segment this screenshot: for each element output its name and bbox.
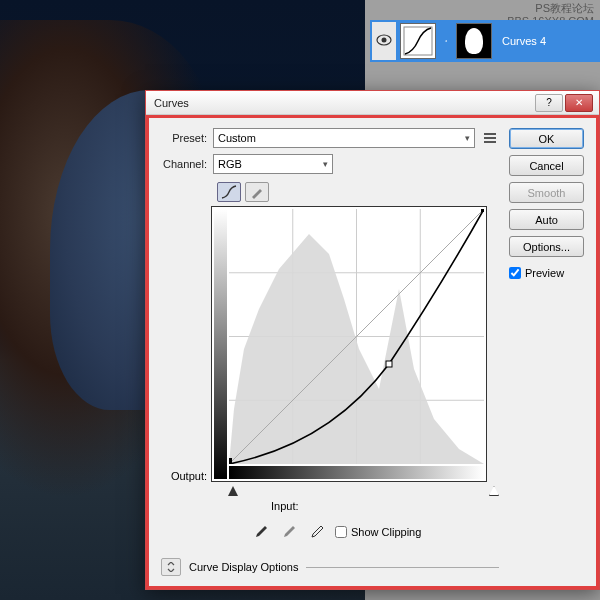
- curves-grid[interactable]: [211, 206, 487, 482]
- auto-button[interactable]: Auto: [509, 209, 584, 230]
- input-label: Input:: [211, 500, 499, 512]
- adjustment-thumb[interactable]: [400, 23, 436, 59]
- ok-button[interactable]: OK: [509, 128, 584, 149]
- curve-point-tool[interactable]: [217, 182, 241, 202]
- curves-dialog: Curves ? ✕ Preset: Custom Channel: RGB: [145, 90, 600, 590]
- svg-rect-3: [484, 133, 496, 135]
- expand-display-options[interactable]: [161, 558, 181, 576]
- black-eyedropper[interactable]: [251, 522, 271, 542]
- eye-icon: [376, 34, 392, 48]
- svg-rect-5: [484, 141, 496, 143]
- black-point-handle[interactable]: [228, 486, 238, 496]
- dialog-title: Curves: [152, 97, 533, 109]
- channel-label: Channel:: [161, 158, 213, 170]
- preset-combo[interactable]: Custom: [213, 128, 475, 148]
- separator: [306, 567, 499, 568]
- link-icon: ⬞: [440, 35, 452, 47]
- close-button[interactable]: ✕: [565, 94, 593, 112]
- output-label: Output:: [161, 206, 211, 512]
- dialog-titlebar[interactable]: Curves ? ✕: [146, 91, 599, 115]
- svg-rect-12: [229, 458, 232, 464]
- visibility-toggle[interactable]: [372, 22, 396, 60]
- svg-rect-13: [386, 361, 392, 367]
- white-point-handle[interactable]: [489, 486, 499, 496]
- layer-row[interactable]: ⬞ Curves 4: [370, 20, 600, 62]
- layers-panel: ⬞ Curves 4: [370, 20, 600, 62]
- cancel-button[interactable]: Cancel: [509, 155, 584, 176]
- preset-label: Preset:: [161, 132, 213, 144]
- layer-mask-thumb[interactable]: [456, 23, 492, 59]
- help-button[interactable]: ?: [535, 94, 563, 112]
- preview-checkbox[interactable]: Preview: [509, 267, 584, 279]
- svg-rect-14: [481, 209, 484, 212]
- input-slider[interactable]: [228, 486, 499, 500]
- channel-combo[interactable]: RGB: [213, 154, 333, 174]
- smooth-button[interactable]: Smooth: [509, 182, 584, 203]
- gray-eyedropper[interactable]: [279, 522, 299, 542]
- output-gradient: [214, 209, 227, 479]
- show-clipping-checkbox[interactable]: Show Clipping: [335, 526, 421, 538]
- preset-menu-icon[interactable]: [481, 129, 499, 147]
- options-button[interactable]: Options...: [509, 236, 584, 257]
- layer-name[interactable]: Curves 4: [496, 35, 546, 47]
- curve-pencil-tool[interactable]: [245, 182, 269, 202]
- display-options-label: Curve Display Options: [189, 561, 298, 573]
- input-gradient: [229, 466, 484, 479]
- svg-rect-4: [484, 137, 496, 139]
- svg-point-1: [382, 38, 387, 43]
- white-eyedropper[interactable]: [307, 522, 327, 542]
